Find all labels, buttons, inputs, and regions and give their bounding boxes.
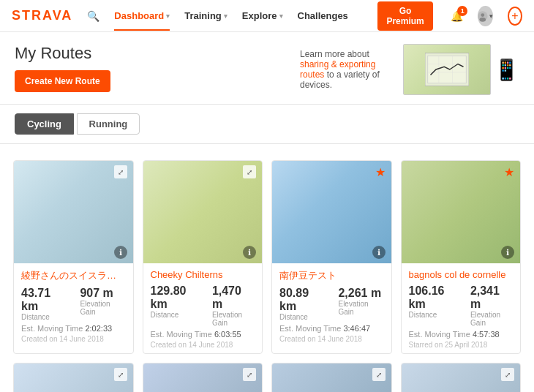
- time-value: 4:57:38: [473, 330, 500, 339]
- elevation-value: 2,261 m: [338, 287, 383, 300]
- route-card[interactable]: ⤢ ℹ Madone2 88.60 km Distance 1,450 m El…: [401, 363, 522, 392]
- zoom-icon: ⤢: [114, 165, 127, 178]
- route-distance: 129.80 km Distance: [151, 284, 200, 327]
- chevron-down-icon: ▾: [279, 12, 283, 20]
- elevation-label: Elevation Gain: [212, 311, 255, 327]
- zoom-icon: ⤢: [501, 368, 514, 381]
- route-created: Created on 14 June 2018: [21, 335, 126, 343]
- distance-label: Distance: [21, 313, 68, 321]
- elevation-value: 907 m: [80, 287, 125, 300]
- route-elevation: 2,261 m Elevation Gain: [338, 287, 383, 321]
- strava-logo: STRAVA: [12, 8, 72, 23]
- route-time: Est. Moving Time 2:02:33: [21, 324, 126, 333]
- notification-badge: 1: [457, 6, 467, 16]
- elevation-value: 2,341 m: [470, 284, 513, 311]
- distance-value: 106.16 km: [409, 284, 459, 311]
- route-card[interactable]: ⤢ ℹ Nice2 78.40 km Distance 1,120 m Elev…: [143, 363, 263, 392]
- svg-point-1: [481, 13, 485, 17]
- route-name: Cheeky Chilterns: [151, 269, 255, 280]
- map-preview-image: [403, 44, 491, 95]
- route-created: Created on 14 June 2018: [151, 341, 255, 349]
- page-header: My Routes Create New Route Learn more ab…: [0, 32, 534, 105]
- info-text: Learn more about: [300, 49, 369, 59]
- info-icon[interactable]: ℹ: [501, 246, 514, 259]
- route-card[interactable]: ⤢ ℹ 綾野さんのスイスライドコピー 43.71 km Distance 907…: [13, 160, 134, 354]
- create-route-button[interactable]: Create New Route: [15, 70, 110, 92]
- route-name: bagnols col de cornelle: [409, 269, 514, 280]
- go-premium-button[interactable]: Go Premium: [377, 1, 433, 31]
- star-icon: ★: [375, 165, 386, 179]
- search-icon[interactable]: 🔍: [87, 10, 99, 22]
- route-card[interactable]: ★ ℹ bagnols col de cornelle 106.16 km Di…: [401, 160, 522, 354]
- route-time: Est. Moving Time 6:03:55: [151, 330, 255, 339]
- route-elevation: 2,341 m Elevation Gain: [470, 284, 513, 327]
- route-stats: 106.16 km Distance 2,341 m Elevation Gai…: [409, 284, 514, 327]
- chevron-down-icon: ▾: [224, 12, 227, 20]
- avatar[interactable]: ▾: [478, 6, 493, 26]
- route-card[interactable]: ⤢ ℹ Vence2 65.20 km Distance 980 m Eleva…: [271, 363, 392, 392]
- route-card[interactable]: ★ ℹ 南伊豆テスト 80.89 km Distance 2,261 m Ele…: [271, 160, 392, 354]
- route-elevation: 907 m Elevation Gain: [80, 287, 125, 321]
- route-elevation: 1,470 m Elevation Gain: [212, 284, 255, 327]
- elevation-label: Elevation Gain: [470, 311, 513, 327]
- nav-challenges[interactable]: Challenges: [298, 10, 348, 21]
- nav-explore[interactable]: Explore ▾: [242, 10, 283, 21]
- route-details: bagnols col de cornelle 106.16 km Distan…: [402, 263, 521, 353]
- routes-grid: ⤢ ℹ 綾野さんのスイスライドコピー 43.71 km Distance 907…: [0, 144, 534, 392]
- chevron-down-icon: ▾: [166, 12, 170, 20]
- route-details: 綾野さんのスイスライドコピー 43.71 km Distance 907 m E…: [14, 263, 133, 347]
- distance-label: Distance: [151, 311, 200, 319]
- zoom-icon: ⤢: [243, 165, 256, 178]
- route-map: ⤢ ℹ: [143, 363, 263, 392]
- svg-point-2: [480, 17, 486, 21]
- distance-value: 43.71 km: [21, 287, 68, 313]
- info-icon[interactable]: ℹ: [243, 246, 256, 259]
- distance-value: 80.89 km: [279, 287, 326, 313]
- zoom-icon: ⤢: [114, 368, 127, 381]
- route-details: Cheeky Chilterns 129.80 km Distance 1,47…: [143, 263, 263, 353]
- distance-label: Distance: [409, 311, 459, 319]
- add-icon[interactable]: +: [508, 7, 522, 26]
- route-distance: 80.89 km Distance: [279, 287, 326, 321]
- route-distance: 43.71 km Distance: [21, 287, 68, 321]
- notification-icon[interactable]: 🔔 1: [451, 10, 463, 22]
- header-left: My Routes Create New Route: [15, 44, 110, 92]
- route-map: ⤢ ℹ: [143, 161, 263, 263]
- tab-running[interactable]: Running: [77, 113, 140, 135]
- time-value: 2:02:33: [85, 324, 112, 333]
- nav-dashboard[interactable]: Dashboard ▾: [114, 10, 170, 21]
- route-card[interactable]: ⤢ ℹ Epping CX 52.30 km Distance 630 m El…: [13, 363, 134, 392]
- route-stats: 80.89 km Distance 2,261 m Elevation Gain: [279, 287, 384, 321]
- svg-rect-4: [428, 56, 467, 83]
- time-value: 3:46:47: [343, 324, 370, 333]
- zoom-icon: ⤢: [243, 368, 256, 381]
- route-map: ★ ℹ: [272, 161, 391, 263]
- route-map: ⤢ ℹ: [14, 161, 133, 263]
- navbar: STRAVA 🔍 Dashboard ▾ Training ▾ Explore …: [0, 0, 534, 32]
- distance-label: Distance: [279, 313, 326, 321]
- route-name: 綾野さんのスイスライドコピー: [21, 269, 126, 282]
- route-map: ⤢ ℹ: [272, 363, 391, 392]
- elevation-label: Elevation Gain: [80, 300, 125, 316]
- elevation-label: Elevation Gain: [338, 300, 383, 316]
- page-title: My Routes: [15, 44, 110, 63]
- info-icon[interactable]: ℹ: [372, 246, 386, 259]
- header-right: Learn more about sharing & exporting rou…: [300, 44, 519, 95]
- route-time: Est. Moving Time 4:57:38: [409, 330, 514, 339]
- route-details: 南伊豆テスト 80.89 km Distance 2,261 m Elevati…: [272, 263, 391, 347]
- route-map: ⤢ ℹ: [402, 363, 521, 392]
- route-created: Created on 14 June 2018: [279, 335, 384, 343]
- route-distance: 106.16 km Distance: [409, 284, 459, 327]
- mobile-icon: 📱: [494, 58, 519, 82]
- elevation-value: 1,470 m: [212, 284, 255, 311]
- tab-cycling[interactable]: Cycling: [15, 113, 74, 135]
- nav-training[interactable]: Training ▾: [184, 10, 227, 21]
- route-created: Starred on 25 April 2018: [409, 341, 514, 349]
- zoom-icon: ⤢: [372, 368, 386, 381]
- route-map: ★ ℹ: [402, 161, 521, 263]
- activity-tabs: Cycling Running: [0, 105, 534, 144]
- distance-value: 129.80 km: [151, 284, 200, 311]
- route-card[interactable]: ⤢ ℹ Cheeky Chilterns 129.80 km Distance …: [143, 160, 263, 354]
- info-icon[interactable]: ℹ: [114, 246, 127, 259]
- route-stats: 129.80 km Distance 1,470 m Elevation Gai…: [151, 284, 255, 327]
